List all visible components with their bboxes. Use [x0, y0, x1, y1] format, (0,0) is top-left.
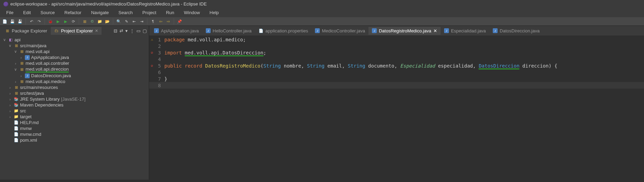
tab-hellocontroller[interactable]: JHelloController.java	[202, 27, 255, 35]
menu-source[interactable]: Source	[36, 9, 59, 17]
tree-file-apiapplication[interactable]: ›JApiApplication.java	[0, 54, 149, 60]
menu-bar: File Edit Source Refactor Navigate Searc…	[0, 8, 644, 17]
tree-pkg-medico[interactable]: ›⊞med.voll.api.medico	[0, 79, 149, 84]
tree-label: med.voll.api	[26, 49, 49, 54]
tree-label: med.voll.api.medico	[26, 79, 65, 84]
tree-file-datosdireccion[interactable]: ›JDatosDireccion.java	[0, 73, 149, 79]
java-file-icon: J	[493, 28, 498, 33]
menu-run[interactable]: Run	[162, 9, 179, 17]
maximize-icon[interactable]: ▢	[143, 28, 147, 33]
menu-help[interactable]: Help	[205, 9, 223, 17]
run-last-icon[interactable]: ⟳	[70, 19, 76, 24]
back-icon[interactable]: ⇦	[158, 19, 163, 24]
warning-marker-icon[interactable]: ⚠	[149, 38, 155, 41]
new-package-icon[interactable]: ⊞	[82, 19, 87, 24]
tree-label: med.voll.api.direccion	[26, 67, 69, 72]
view-package-explorer[interactable]: ⊞ Package Explorer	[1, 27, 51, 35]
tree-label: ApiApplication.java	[31, 55, 69, 60]
tree-jre-library[interactable]: ›📚JRE System Library [JavaSE-17]	[0, 96, 149, 102]
title-bar: eclipse-workspace - api/src/main/java/me…	[0, 0, 644, 8]
pin-icon[interactable]: 📌	[177, 19, 182, 24]
coverage-icon[interactable]: ▶	[63, 19, 68, 24]
forward-icon[interactable]: ⇨	[165, 19, 171, 24]
minimize-icon[interactable]: ▭	[136, 28, 141, 33]
new-icon[interactable]: 📄	[2, 19, 8, 24]
tab-label: application.properties	[266, 28, 308, 33]
collapse-all-icon[interactable]: ⊟	[114, 28, 117, 33]
file-icon: 📄	[14, 126, 19, 131]
folder-icon: 🗀	[54, 28, 59, 33]
tree-label: HELP.md	[20, 120, 39, 125]
tree-pkg-controller[interactable]: ›⊞med.voll.api.controller	[0, 60, 149, 66]
tree-file-mvnwcmd[interactable]: 📄mvnw.cmd	[0, 131, 149, 137]
annotation-prev-icon[interactable]: ⇤	[131, 19, 137, 24]
package-icon: ⊞	[19, 67, 24, 72]
tab-label: Especialidad.java	[451, 28, 486, 33]
tab-medicocontroller[interactable]: JMedicoController.java	[311, 27, 368, 35]
close-icon[interactable]: ✕	[433, 28, 437, 33]
menu-refactor[interactable]: Refactor	[60, 9, 86, 17]
tree-decoration: [JavaSE-17]	[61, 97, 86, 102]
save-icon[interactable]: 💾	[10, 19, 15, 24]
tree-label: pom.xml	[20, 138, 37, 143]
line-number: 1	[155, 37, 164, 42]
search-icon[interactable]: 🔍	[116, 19, 122, 24]
tab-apiapplication[interactable]: JApiApplication.java	[151, 27, 202, 35]
new-folder-icon[interactable]: 📁	[97, 19, 103, 24]
menu-navigate[interactable]: Navigate	[87, 9, 113, 17]
tree-pkg-api[interactable]: ∨⊞med.voll.api	[0, 49, 149, 54]
package-icon: ⊞	[5, 28, 10, 33]
menu-edit[interactable]: Edit	[19, 9, 35, 17]
code-editor[interactable]: ⚠1package med.voll.api.medico; 2 ⊘3impor…	[149, 36, 644, 89]
tree-file-mvnw[interactable]: 📄mvnw	[0, 125, 149, 131]
tree-project-root[interactable]: ∨◧api	[0, 37, 149, 43]
tree-maven-dependencies[interactable]: ›📚Maven Dependencies	[0, 102, 149, 108]
tab-especialidad[interactable]: JEspecialidad.java	[441, 27, 489, 35]
tree-src-main-resources[interactable]: ›⊞src/main/resources	[0, 84, 149, 90]
save-all-icon[interactable]: 💾	[17, 19, 23, 24]
tab-datosregistromedico[interactable]: JDatosRegistroMedico.java✕	[368, 27, 441, 35]
debug-icon[interactable]: 🐞	[48, 19, 53, 24]
tree-src-test-java[interactable]: ›⊞src/test/java	[0, 90, 149, 96]
line-number: 7	[155, 76, 164, 82]
tab-datosdireccion[interactable]: JDatosDireccion.java	[489, 27, 543, 35]
java-file-icon: J	[444, 28, 449, 33]
tab-applicationproperties[interactable]: 📄application.properties	[255, 27, 312, 35]
tree-src-main-java[interactable]: ∨⊞src/main/java	[0, 43, 149, 49]
menu-file[interactable]: File	[2, 9, 18, 17]
tree-target-folder[interactable]: ›📁target	[0, 114, 149, 120]
open-type-icon[interactable]: 📂	[105, 19, 110, 24]
error-marker-icon[interactable]: ⊘	[149, 51, 155, 54]
redo-icon[interactable]: ↷	[36, 19, 42, 24]
tree-file-pom[interactable]: 📄pom.xml	[0, 137, 149, 143]
tree-label: med.voll.api.controller	[26, 61, 69, 66]
line-number: 6	[155, 70, 164, 75]
error-marker-icon[interactable]: ⊘	[149, 64, 155, 68]
editor-area: JApiApplication.java JHelloController.ja…	[149, 26, 644, 180]
menu-project[interactable]: Project	[138, 9, 160, 17]
menu-window[interactable]: Window	[180, 9, 204, 17]
menu-search[interactable]: Search	[114, 9, 137, 17]
filter-icon[interactable]: ▾	[125, 28, 128, 33]
show-whitespace-icon[interactable]: ¶	[150, 19, 156, 24]
annotation-next-icon[interactable]: ⇥	[139, 19, 144, 24]
tab-label: ApiApplication.java	[161, 28, 199, 33]
undo-icon[interactable]: ↶	[29, 19, 34, 24]
view-label: Project Explorer	[61, 28, 93, 33]
tree-label: DatosDireccion.java	[31, 73, 71, 78]
tree-src-folder[interactable]: ›📁src	[0, 108, 149, 114]
link-editor-icon[interactable]: ⇄	[119, 28, 123, 33]
close-icon[interactable]: ✕	[95, 29, 98, 33]
tree-label: api	[15, 37, 20, 42]
toggle-mark-icon[interactable]: ✎	[124, 19, 129, 24]
run-icon[interactable]: ▶	[55, 19, 61, 24]
tree-pkg-direccion[interactable]: ∨⊞med.voll.api.direccion	[0, 66, 149, 73]
tree-file-help[interactable]: 📄HELP.md	[0, 120, 149, 125]
view-project-explorer[interactable]: 🗀 Project Explorer ✕	[51, 27, 102, 35]
separator	[45, 18, 45, 24]
library-icon: 📚	[14, 103, 19, 108]
library-icon: 📚	[14, 97, 19, 102]
view-menu-icon[interactable]: ⋮	[130, 28, 134, 33]
new-class-icon[interactable]: ©	[89, 19, 95, 24]
project-tree[interactable]: ∨◧api ∨⊞src/main/java ∨⊞med.voll.api ›JA…	[0, 36, 149, 180]
